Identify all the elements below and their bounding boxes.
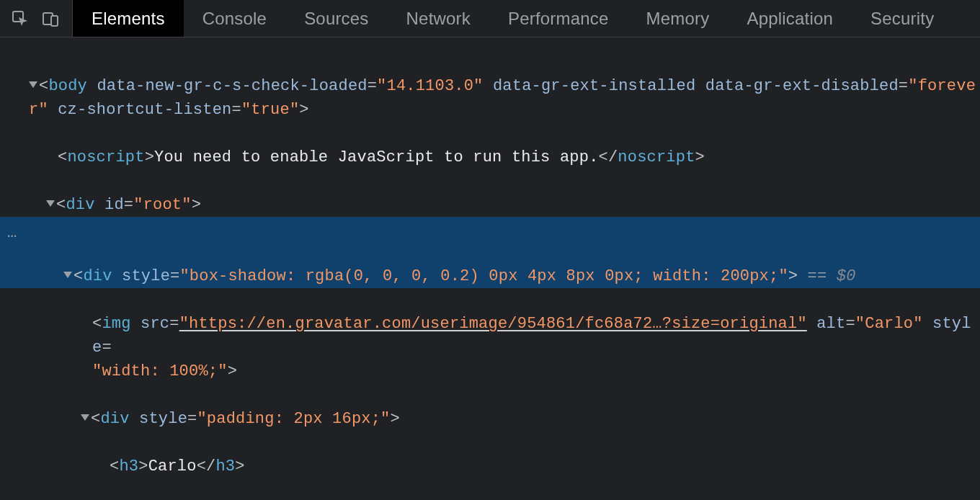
tab-elements[interactable]: Elements <box>73 0 184 37</box>
selection-marker-icon: … <box>7 221 19 245</box>
disclosure-triangle-icon[interactable] <box>81 414 89 421</box>
tab-sources[interactable]: Sources <box>285 0 387 37</box>
node-div-card-selected[interactable]: … <div style="box-shadow: rgba(0, 0, 0, … <box>0 217 980 288</box>
disclosure-triangle-icon[interactable] <box>46 200 55 207</box>
device-toolbar-icon[interactable] <box>42 10 59 27</box>
disclosure-triangle-icon[interactable] <box>63 272 72 278</box>
devtools-toolbar: Elements Console Sources Network Perform… <box>0 0 980 37</box>
tab-performance[interactable]: Performance <box>489 0 628 37</box>
svg-rect-2 <box>51 16 58 26</box>
elements-dom-tree: <body data-new-gr-c-s-check-loaded="14.1… <box>0 37 980 500</box>
tab-console[interactable]: Console <box>184 0 285 37</box>
tab-application[interactable]: Application <box>728 0 852 37</box>
toolbar-icon-group <box>0 0 73 37</box>
tab-memory[interactable]: Memory <box>628 0 729 37</box>
node-noscript[interactable]: <noscript>You need to enable JavaScript … <box>0 122 980 169</box>
node-div-padding[interactable]: <div style="padding: 2px 16px;"> <box>0 383 980 431</box>
disclosure-triangle-icon[interactable] <box>29 81 37 88</box>
node-h3[interactable]: <h3>Carlo</h3> <box>0 431 980 478</box>
tab-security[interactable]: Security <box>852 0 953 37</box>
node-div-root[interactable]: <div id="root"> <box>0 169 980 217</box>
inspect-element-icon[interactable] <box>12 10 29 27</box>
node-body-open[interactable]: <body data-new-gr-c-s-check-loaded="14.1… <box>0 50 980 122</box>
node-img[interactable]: <img src="https://en.gravatar.com/userim… <box>0 288 980 383</box>
tab-network[interactable]: Network <box>388 0 489 37</box>
node-p-open[interactable]: <p> <box>0 478 980 500</box>
devtools-tabs: Elements Console Sources Network Perform… <box>73 0 953 37</box>
